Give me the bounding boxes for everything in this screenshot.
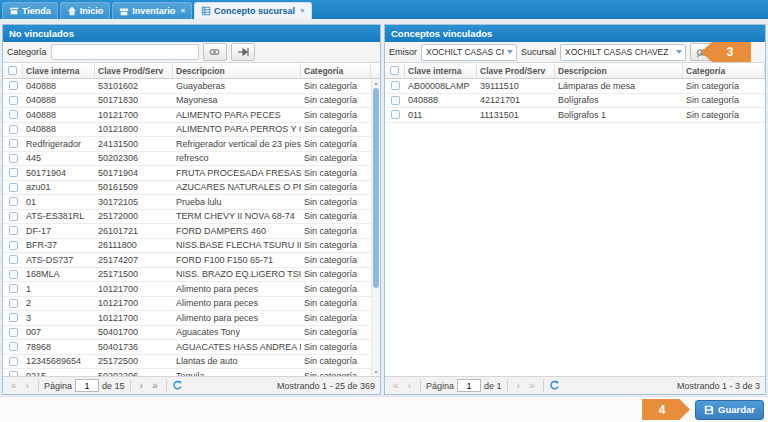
table-row[interactable]: azu0150161509AZUCARES NATURALES O PRODUC… xyxy=(3,181,380,196)
row-checkbox[interactable] xyxy=(9,342,18,351)
emisor-select[interactable]: XOCHILT CASAS CHA xyxy=(421,44,517,61)
column-header[interactable]: Descripcion xyxy=(555,63,683,78)
table-row[interactable]: 1234568965425172500Llantas de autoSin ca… xyxy=(3,355,380,370)
row-checkbox[interactable] xyxy=(391,110,400,119)
select-all-checkbox[interactable] xyxy=(8,66,17,75)
table-row[interactable]: 5017190450171904FRUTA PROCESADA FRESASSi… xyxy=(3,166,380,181)
column-header[interactable]: Clave interna xyxy=(23,63,95,78)
row-checkbox[interactable] xyxy=(9,313,18,322)
select-all-checkbox[interactable] xyxy=(390,66,399,75)
first-page-button[interactable]: « xyxy=(390,381,401,391)
category-label: Categoría xyxy=(7,47,47,57)
table-row[interactable]: 04088810121700ALIMENTO PARA PECESSin cat… xyxy=(3,108,380,123)
page-total-label: de 1 xyxy=(484,381,502,391)
table-row[interactable]: BFR-3726111800NISS.BASE FLECHA TSURU III… xyxy=(3,239,380,254)
column-header[interactable]: Categoría xyxy=(683,63,765,78)
table-row[interactable]: 0130172105Prueba luluSin categoría xyxy=(3,195,380,210)
row-checkbox[interactable] xyxy=(9,284,18,293)
table-row[interactable]: ATS-DS73725174207FORD F100 F150 65-71Sin… xyxy=(3,253,380,268)
table-cell: Tequila xyxy=(173,371,301,376)
row-checkbox[interactable] xyxy=(9,197,18,206)
vertical-scrollbar[interactable]: ▲ ▼ xyxy=(371,79,380,376)
table-row[interactable]: 310121700Alimento para pecesSin categorí… xyxy=(3,311,380,326)
page-input[interactable] xyxy=(457,379,481,392)
table-cell: azu01 xyxy=(23,182,95,192)
tab-inventario[interactable]: Inventario × xyxy=(112,2,192,19)
row-checkbox[interactable] xyxy=(9,241,18,250)
row-checkbox[interactable] xyxy=(9,255,18,264)
row-checkbox[interactable] xyxy=(9,226,18,235)
move-to-linked-button[interactable] xyxy=(231,43,255,61)
row-checkbox[interactable] xyxy=(9,357,18,366)
column-header[interactable]: Descripcion xyxy=(173,63,301,78)
left-toolbar: Categoría xyxy=(3,42,380,63)
prev-page-button[interactable]: ‹ xyxy=(22,381,33,391)
row-checkbox[interactable] xyxy=(391,96,400,105)
row-checkbox[interactable] xyxy=(9,139,18,148)
row-count-status: Mostrando 1 - 25 de 369 xyxy=(277,381,375,391)
table-row[interactable]: 04088853101602GuayaberasSin categoría xyxy=(3,79,380,94)
table-row[interactable]: 44550202306refrescoSin categoría xyxy=(3,152,380,167)
row-checkbox[interactable] xyxy=(9,371,18,376)
next-page-button[interactable]: › xyxy=(513,381,524,391)
category-filter-input[interactable] xyxy=(51,44,199,60)
row-checkbox[interactable] xyxy=(9,183,18,192)
row-checkbox[interactable] xyxy=(9,299,18,308)
table-row[interactable]: 04088842121701BolígrafosSin categoría xyxy=(385,94,765,109)
table-cell: FORD DAMPERS 460 xyxy=(173,226,301,236)
column-header[interactable]: Clave interna xyxy=(405,63,477,78)
row-checkbox[interactable] xyxy=(9,212,18,221)
table-row[interactable]: 210121700Alimento para pecesSin categorí… xyxy=(3,297,380,312)
row-checkbox[interactable] xyxy=(9,270,18,279)
table-row[interactable]: 110121700Alimento para pecesSin categorí… xyxy=(3,282,380,297)
scroll-down-icon[interactable]: ▼ xyxy=(372,369,380,375)
link-button[interactable] xyxy=(203,43,227,61)
prev-page-button[interactable]: ‹ xyxy=(404,381,415,391)
next-page-button[interactable]: › xyxy=(136,381,147,391)
row-checkbox[interactable] xyxy=(9,168,18,177)
save-button[interactable]: Guardar xyxy=(695,400,764,420)
table-row[interactable]: 04088850171830MayonesaSin categoría xyxy=(3,94,380,109)
column-header[interactable]: Categoría xyxy=(301,63,371,78)
table-cell: 040888 xyxy=(23,110,95,120)
chevron-down-icon xyxy=(676,50,682,54)
page-input[interactable] xyxy=(75,379,99,392)
first-page-button[interactable]: « xyxy=(8,381,19,391)
table-cell: 10121700 xyxy=(95,313,173,323)
table-row[interactable]: 01111131501Bolígrafos 1Sin categoría xyxy=(385,108,765,123)
page-label: Página xyxy=(426,381,454,391)
row-checkbox[interactable] xyxy=(9,96,18,105)
table-row[interactable]: 021550202206TequilaSin categoría xyxy=(3,369,380,376)
sucursal-select[interactable]: XOCHILT CASAS CHAVEZ xyxy=(560,44,686,61)
tab-inicio[interactable]: Inicio xyxy=(60,2,111,19)
table-row[interactable]: Redfrigerador24131500Refrigerador vertic… xyxy=(3,137,380,152)
row-checkbox[interactable] xyxy=(9,81,18,90)
last-page-button[interactable]: » xyxy=(527,381,538,391)
close-icon[interactable]: × xyxy=(180,7,185,15)
row-checkbox[interactable] xyxy=(9,110,18,119)
table-row[interactable]: 7896850401736AGUACATES HASS ANDREA MONTO… xyxy=(3,340,380,355)
scrollbar-thumb[interactable] xyxy=(373,88,379,288)
table-row[interactable]: 04088810121800ALIMENTO PARA PERROS Y GAT… xyxy=(3,123,380,138)
refresh-button[interactable] xyxy=(172,380,183,391)
table-row[interactable]: AB00008LAMP39111510Lámparas de mesaSin c… xyxy=(385,79,765,94)
table-row[interactable]: ATS-ES381RL25172000TERM CHEVY II NOVA 68… xyxy=(3,210,380,225)
footer-bar: 4 Guardar xyxy=(0,396,768,422)
column-header[interactable]: Clave Prod/Serv xyxy=(95,63,173,78)
row-checkbox[interactable] xyxy=(9,125,18,134)
column-header[interactable]: Clave Prod/Serv xyxy=(477,63,555,78)
tab-concepto-sucursal[interactable]: Concepto sucursal × xyxy=(194,2,312,19)
refresh-button[interactable] xyxy=(549,380,560,391)
table-row[interactable]: 00750401700Aguacates TonySin categoría xyxy=(3,326,380,341)
row-checkbox[interactable] xyxy=(9,328,18,337)
refresh-icon xyxy=(172,380,183,391)
tab-tienda[interactable]: Tienda xyxy=(2,2,58,19)
table-row[interactable]: DF-1726101721FORD DAMPERS 460Sin categor… xyxy=(3,224,380,239)
scroll-up-icon[interactable]: ▲ xyxy=(372,80,380,86)
row-checkbox[interactable] xyxy=(391,81,400,90)
table-cell: 10121800 xyxy=(95,124,173,134)
table-row[interactable]: 168MLA25171500NISS. BRAZO EQ.LIGERO TSUR… xyxy=(3,268,380,283)
close-icon[interactable]: × xyxy=(300,7,305,15)
row-checkbox[interactable] xyxy=(9,154,18,163)
last-page-button[interactable]: » xyxy=(150,381,161,391)
